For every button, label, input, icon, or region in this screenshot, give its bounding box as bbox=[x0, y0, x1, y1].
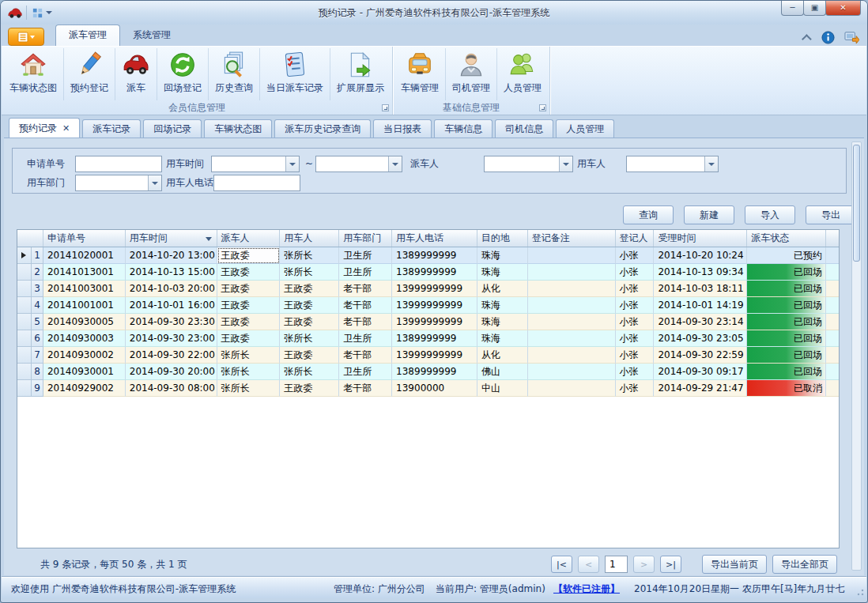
cell-remark[interactable] bbox=[528, 330, 616, 347]
cell-apply_no[interactable]: 20140930005 bbox=[43, 314, 126, 330]
export-all-pages-button[interactable]: 导出全部页 bbox=[772, 555, 837, 574]
license-link[interactable]: 【软件已注册】 bbox=[553, 582, 620, 596]
column-header-registrant[interactable]: 登记人 bbox=[616, 230, 655, 247]
cell-destination[interactable]: 中山 bbox=[477, 380, 528, 397]
cell-user[interactable]: 王政委 bbox=[280, 297, 339, 314]
dispatcher-combo[interactable] bbox=[484, 156, 573, 172]
cell-registrant[interactable]: 小张 bbox=[616, 330, 655, 347]
cell-apply_no[interactable]: 20140930003 bbox=[43, 330, 126, 347]
dialog-launcher-icon[interactable] bbox=[539, 104, 546, 111]
phone-input[interactable] bbox=[213, 175, 300, 191]
cell-remark[interactable] bbox=[528, 247, 616, 264]
cell-phone[interactable]: 13999999999 bbox=[392, 347, 477, 364]
cell-apply_no[interactable]: 20140930001 bbox=[43, 364, 126, 380]
doc-tab-派车历史记录查询[interactable]: 派车历史记录查询 bbox=[274, 119, 371, 138]
cell-use_time[interactable]: 2014-10-20 13:00 bbox=[126, 247, 217, 264]
cell-use_time[interactable]: 2014-09-30 20:00 bbox=[126, 364, 217, 380]
cell-apply_no[interactable]: 20141013001 bbox=[43, 264, 126, 281]
cell-phone[interactable]: 13999999999 bbox=[392, 297, 477, 314]
column-header-apply_no[interactable]: 申请单号 bbox=[43, 230, 126, 247]
import-button[interactable]: 导入 bbox=[745, 205, 795, 224]
cell-accept_time[interactable]: 2014-09-30 23:05 bbox=[654, 330, 747, 347]
cell-destination[interactable]: 佛山 bbox=[477, 364, 528, 380]
cell-destination[interactable]: 从化 bbox=[477, 281, 528, 297]
row-indicator-cell[interactable] bbox=[17, 380, 32, 397]
cell-dispatcher[interactable]: 王政委 bbox=[217, 247, 281, 264]
cell-dept[interactable]: 老干部 bbox=[339, 281, 392, 297]
cell-use_time[interactable]: 2014-10-03 20:00 bbox=[126, 281, 217, 297]
dept-combo[interactable] bbox=[75, 175, 162, 191]
cell-dispatcher[interactable]: 王政委 bbox=[217, 314, 281, 330]
cell-use_time[interactable]: 2014-10-13 15:00 bbox=[126, 264, 217, 281]
table-row[interactable]: 7201409300022014-09-30 22:00张所长王政委老干部139… bbox=[17, 347, 839, 364]
cell-user[interactable]: 张所长 bbox=[280, 330, 339, 347]
cell-remark[interactable] bbox=[528, 380, 616, 397]
row-number-cell[interactable]: 6 bbox=[32, 330, 43, 347]
cell-remark[interactable] bbox=[528, 347, 616, 364]
ribbon-button-driver[interactable]: 司机管理 bbox=[446, 48, 497, 100]
ribbon-button-extend-screen[interactable]: 扩展屏显示 bbox=[330, 48, 391, 100]
cell-use_time[interactable]: 2014-10-01 16:00 bbox=[126, 297, 217, 314]
cell-remark[interactable] bbox=[528, 314, 616, 330]
cell-status[interactable]: 已取消 bbox=[747, 380, 826, 397]
ribbon-button-people[interactable]: 人员管理 bbox=[497, 48, 548, 100]
ribbon-button-red-car[interactable]: 派车 bbox=[115, 48, 157, 100]
cell-destination[interactable]: 珠海 bbox=[477, 314, 528, 330]
cell-apply_no[interactable]: 20141020001 bbox=[43, 247, 126, 264]
cell-status[interactable]: 已回场 bbox=[747, 330, 826, 347]
row-indicator-cell[interactable] bbox=[17, 364, 32, 380]
cell-use_time[interactable]: 2014-09-30 22:00 bbox=[126, 347, 217, 364]
cell-status[interactable]: 已预约 bbox=[747, 247, 826, 264]
cell-user[interactable]: 张所长 bbox=[280, 364, 339, 380]
cell-phone[interactable]: 13999999999 bbox=[392, 281, 477, 297]
close-tab-icon[interactable]: ✕ bbox=[62, 123, 70, 134]
cell-dept[interactable]: 卫生所 bbox=[339, 330, 392, 347]
ribbon-button-history-search[interactable]: 历史查询 bbox=[209, 48, 260, 100]
cell-dispatcher[interactable]: 王政委 bbox=[217, 264, 281, 281]
cell-status[interactable]: 已回场 bbox=[747, 314, 826, 330]
cell-user[interactable]: 张所长 bbox=[280, 247, 339, 264]
cell-dept[interactable]: 老干部 bbox=[339, 314, 392, 330]
application-menu-button[interactable] bbox=[8, 28, 44, 46]
cell-dispatcher[interactable]: 张所长 bbox=[217, 364, 281, 380]
cell-accept_time[interactable]: 2014-09-30 23:14 bbox=[654, 314, 747, 330]
table-row[interactable]: 8201409300012014-09-30 20:00张所长张所长卫生所138… bbox=[17, 364, 839, 380]
cell-registrant[interactable]: 小张 bbox=[616, 380, 655, 397]
use-time-to-combo[interactable] bbox=[315, 156, 402, 172]
export-button[interactable]: 导出 bbox=[806, 205, 856, 224]
cell-dispatcher[interactable]: 张所长 bbox=[217, 380, 281, 397]
page-input[interactable] bbox=[605, 556, 628, 573]
cell-apply_no[interactable]: 20140930002 bbox=[43, 347, 126, 364]
column-header-use_time[interactable]: 用车时间 bbox=[126, 230, 217, 247]
cell-dept[interactable]: 卫生所 bbox=[339, 247, 392, 264]
resize-grip-icon[interactable] bbox=[855, 586, 864, 596]
column-header-accept_time[interactable]: 受理时间 bbox=[654, 230, 747, 247]
column-header-user[interactable]: 用车人 bbox=[280, 230, 339, 247]
cell-use_time[interactable]: 2014-09-30 08:00 bbox=[126, 380, 217, 397]
first-page-button[interactable]: |< bbox=[551, 556, 572, 573]
cell-remark[interactable] bbox=[528, 364, 616, 380]
cell-dept[interactable]: 老干部 bbox=[339, 380, 392, 397]
cell-phone[interactable]: 1389999999 bbox=[392, 330, 477, 347]
doc-tab-当日报表[interactable]: 当日报表 bbox=[373, 119, 432, 138]
cell-user[interactable]: 王政委 bbox=[280, 347, 339, 364]
cell-dispatcher[interactable]: 王政委 bbox=[217, 297, 281, 314]
column-header-destination[interactable]: 目的地 bbox=[477, 230, 528, 247]
cell-phone[interactable]: 1389999999 bbox=[392, 264, 477, 281]
cell-status[interactable]: 已回场 bbox=[747, 297, 826, 314]
cell-registrant[interactable]: 小张 bbox=[616, 281, 655, 297]
cell-user[interactable]: 王政委 bbox=[280, 281, 339, 297]
doc-tab-车辆状态图[interactable]: 车辆状态图 bbox=[204, 119, 272, 138]
cell-user[interactable]: 王政委 bbox=[280, 380, 339, 397]
cell-phone[interactable]: 13900000 bbox=[392, 380, 477, 397]
cell-registrant[interactable]: 小张 bbox=[616, 364, 655, 380]
next-page-button[interactable]: > bbox=[633, 556, 655, 573]
cell-status[interactable]: 已回场 bbox=[747, 281, 826, 297]
doc-tab-车辆信息[interactable]: 车辆信息 bbox=[434, 119, 492, 138]
doc-tab-派车记录[interactable]: 派车记录 bbox=[82, 119, 141, 138]
cell-status[interactable]: 已回场 bbox=[747, 264, 826, 281]
cell-accept_time[interactable]: 2014-10-13 09:34 bbox=[654, 264, 747, 281]
cell-dept[interactable]: 卫生所 bbox=[339, 364, 392, 380]
cell-destination[interactable]: 珠海 bbox=[477, 264, 528, 281]
last-page-button[interactable]: >| bbox=[660, 556, 681, 573]
